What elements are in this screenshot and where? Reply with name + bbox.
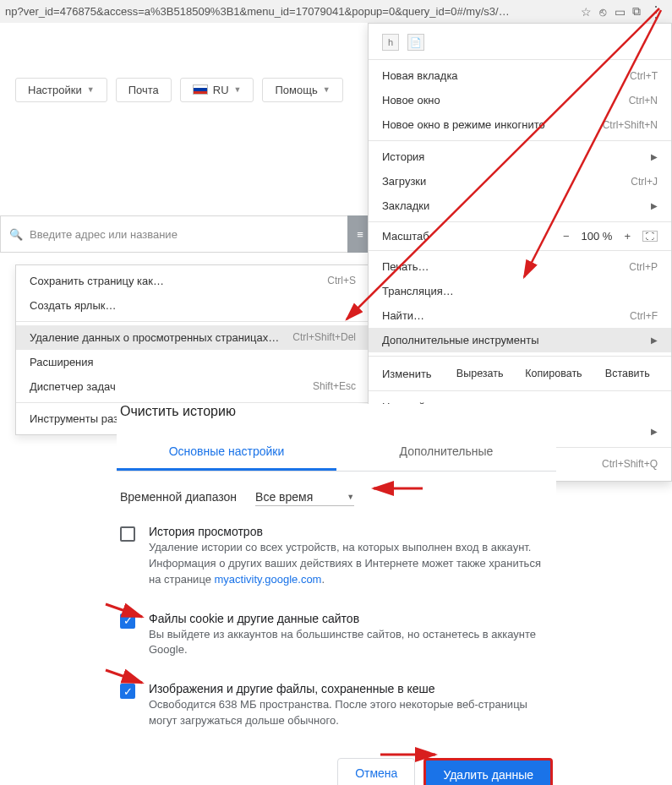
checkbox-cache[interactable]: ✓ bbox=[120, 684, 135, 699]
checkbox-cookies[interactable]: ✓ bbox=[120, 613, 135, 629]
caret-down-icon: ▼ bbox=[87, 85, 95, 94]
label: Удаление данных о просмотренных страница… bbox=[30, 331, 279, 344]
time-range-select[interactable]: Все время ▼ bbox=[255, 490, 354, 506]
extension-icon-h[interactable]: h bbox=[382, 34, 399, 51]
shortcut: Ctrl+F bbox=[630, 310, 658, 322]
fullscreen-icon[interactable]: ⛶ bbox=[642, 231, 658, 242]
dialog-tabs: Основные настройки Дополнительные bbox=[117, 434, 556, 472]
menu-more-tools[interactable]: Дополнительные инструменты▶ bbox=[369, 328, 671, 352]
dialog-title: Очистить историю bbox=[117, 404, 556, 419]
mail-button[interactable]: Почта bbox=[116, 78, 172, 102]
label: Создать ярлык… bbox=[30, 299, 116, 312]
search-icon: 🔍 bbox=[9, 228, 23, 241]
menu-bookmarks[interactable]: Закладки▶ bbox=[369, 194, 671, 218]
menu-downloads[interactable]: ЗагрузкиCtrl+J bbox=[369, 169, 671, 194]
kebab-menu-icon[interactable]: ⋮ bbox=[645, 3, 667, 21]
shortcut: Shift+Esc bbox=[313, 380, 356, 393]
range-label: Временной диапазон bbox=[120, 490, 237, 506]
menu-history[interactable]: История▶ bbox=[369, 144, 671, 169]
chevron-right-icon: ▶ bbox=[651, 201, 658, 210]
edit-copy-button[interactable]: Копировать bbox=[516, 364, 590, 383]
label: Сохранить страницу как… bbox=[30, 275, 164, 287]
separator bbox=[369, 59, 671, 60]
delete-data-button[interactable]: Удалить данные bbox=[423, 758, 553, 785]
menu-clear-browsing-data[interactable]: Удаление данных о просмотренных страница… bbox=[16, 325, 369, 350]
edit-cut-button[interactable]: Вырезать bbox=[443, 364, 516, 383]
extension-row: h 📄 bbox=[369, 29, 671, 56]
option-history: История просмотров Удаление истории со в… bbox=[117, 513, 556, 600]
label: Изменить bbox=[375, 368, 443, 380]
mail-label: Почта bbox=[128, 84, 159, 96]
tab-advanced[interactable]: Дополнительные bbox=[336, 434, 556, 471]
menu-save-page[interactable]: Сохранить страницу как…Ctrl+S bbox=[16, 269, 369, 293]
menu-task-manager[interactable]: Диспетчер задачShift+Esc bbox=[16, 374, 369, 399]
extension-icon[interactable]: ⎋ bbox=[594, 5, 611, 19]
separator bbox=[369, 140, 671, 141]
label: Дополнительные инструменты bbox=[382, 334, 539, 346]
label: Масштаб bbox=[382, 230, 563, 243]
option-cache: ✓ Изображения и другие файлы, сохраненны… bbox=[117, 670, 556, 741]
address-search-input[interactable]: 🔍 Введите адрес или название bbox=[0, 215, 363, 253]
label: Новая вкладка bbox=[382, 69, 458, 82]
url-bar: np?ver_id=476875&access=a%3B518509%3B1&m… bbox=[0, 0, 672, 23]
extension-icon-3[interactable]: ⧉ bbox=[628, 4, 645, 19]
menu-print[interactable]: Печать…Ctrl+P bbox=[369, 254, 671, 279]
label: Печать… bbox=[382, 260, 429, 273]
help-label: Помощь bbox=[275, 84, 317, 96]
shortcut: Ctrl+Shift+Del bbox=[292, 331, 356, 344]
url-text: np?ver_id=476875&access=a%3B518509%3B1&m… bbox=[5, 5, 577, 18]
separator bbox=[369, 356, 671, 357]
label: Новое окно bbox=[382, 94, 440, 106]
label: Загрузки bbox=[382, 175, 426, 188]
label: Новое окно в режиме инкогнито bbox=[382, 118, 545, 131]
edit-paste-button[interactable]: Вставить bbox=[591, 364, 664, 383]
opt-title: История просмотров bbox=[149, 525, 553, 538]
chevron-right-icon: ▶ bbox=[651, 427, 658, 436]
menu-new-window[interactable]: Новое окноCtrl+N bbox=[369, 88, 671, 112]
tab-basic[interactable]: Основные настройки bbox=[117, 434, 336, 471]
star-icon[interactable]: ☆ bbox=[577, 5, 594, 19]
shortcut: Ctrl+J bbox=[631, 176, 658, 188]
menu-cast[interactable]: Трансляция… bbox=[369, 279, 671, 303]
zoom-in-button[interactable]: + bbox=[624, 230, 631, 243]
cancel-button[interactable]: Отмена bbox=[337, 758, 415, 785]
caret-down-icon: ▼ bbox=[347, 493, 354, 501]
language-dropdown[interactable]: RU▼ bbox=[180, 78, 254, 102]
list-icon: ≡ bbox=[357, 228, 363, 241]
opt-title: Изображения и другие файлы, сохраненные … bbox=[149, 682, 553, 695]
opt-desc: Вы выйдете из аккаунтов на большинстве с… bbox=[149, 627, 553, 659]
extension-icon-doc[interactable]: 📄 bbox=[407, 34, 424, 51]
menu-incognito[interactable]: Новое окно в режиме инкогнитоCtrl+Shift+… bbox=[369, 112, 671, 137]
myactivity-link[interactable]: myactivity.google.com bbox=[215, 573, 322, 586]
shortcut: Ctrl+P bbox=[629, 261, 658, 273]
menu-find[interactable]: Найти…Ctrl+F bbox=[369, 303, 671, 328]
separator bbox=[16, 321, 369, 322]
help-dropdown[interactable]: Помощь▼ bbox=[262, 78, 342, 102]
menu-extensions[interactable]: Расширения bbox=[16, 350, 369, 374]
zoom-value: 100 % bbox=[582, 230, 613, 243]
menu-create-shortcut[interactable]: Создать ярлык… bbox=[16, 293, 369, 318]
checkbox-history[interactable] bbox=[120, 526, 135, 542]
opt-desc: Удаление истории со всех устройств, на к… bbox=[149, 540, 553, 588]
extension-icon-2[interactable]: ▭ bbox=[611, 5, 628, 19]
separator bbox=[369, 390, 671, 391]
zoom-out-button[interactable]: − bbox=[563, 230, 570, 243]
menu-zoom: Масштаб − 100 % + ⛶ bbox=[369, 226, 671, 247]
menu-edit-row: Изменить Вырезать Копировать Вставить bbox=[369, 360, 671, 387]
dialog-buttons: Отмена Удалить данные bbox=[117, 741, 556, 785]
opt-desc: Освободится 638 МБ пространства. После э… bbox=[149, 697, 553, 729]
range-value: Все время bbox=[255, 490, 313, 504]
option-cookies: ✓ Файлы cookie и другие данные сайтов Вы… bbox=[117, 600, 556, 671]
separator bbox=[369, 221, 671, 222]
label: Закладки bbox=[382, 199, 429, 212]
caret-down-icon: ▼ bbox=[234, 85, 242, 94]
shortcut: Ctrl+T bbox=[630, 70, 658, 82]
chevron-right-icon: ▶ bbox=[651, 152, 658, 161]
separator bbox=[369, 250, 671, 251]
settings-dropdown[interactable]: Настройки▼ bbox=[15, 78, 107, 102]
chevron-right-icon: ▶ bbox=[651, 335, 658, 345]
menu-new-tab[interactable]: Новая вкладкаCtrl+T bbox=[369, 63, 671, 88]
label: Расширения bbox=[30, 356, 94, 368]
label: Найти… bbox=[382, 309, 424, 322]
search-placeholder: Введите адрес или название bbox=[30, 228, 178, 241]
